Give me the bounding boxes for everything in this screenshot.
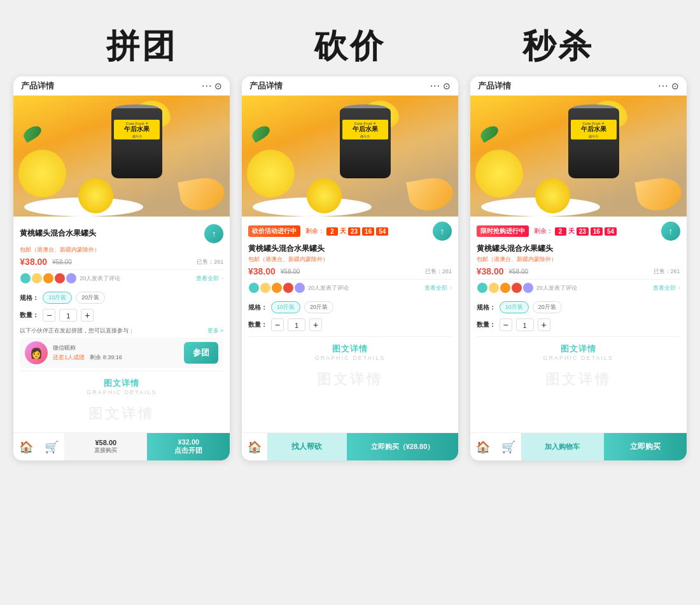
qty-minus-2[interactable]: − <box>271 318 284 331</box>
price-original-3: ¥58.00 <box>508 268 528 275</box>
product-name-3: 黄桃罐头混合水果罐头 <box>477 243 680 254</box>
avatar-2-3 <box>271 282 283 294</box>
find-help-btn-2[interactable]: 找人帮砍 <box>267 433 347 461</box>
group-label-1: 以下小伙伴正在发起拼团，您可以直接参与： <box>20 327 134 335</box>
spec-btn-10-3[interactable]: 10斤装 <box>500 301 529 313</box>
home-icon-2[interactable]: 🏠 <box>242 433 267 461</box>
statusbar-2: 产品详情 ··· ⊙ <box>242 76 458 96</box>
share-btn-1[interactable]: ↑ <box>204 224 223 243</box>
home-icon-3[interactable]: 🏠 <box>470 433 496 461</box>
review-all-1[interactable]: 查看全部 <box>196 274 219 283</box>
spec-btn-10-1[interactable]: 10斤装 <box>43 292 72 304</box>
countdown-3: 剩余： 2 天 23 16 54 <box>534 227 617 236</box>
group-info-1: 微信昵称 还差1人成团 剩余 8:39:16 <box>53 344 179 362</box>
can-wrapper-3: Cute Fruit ✦ 午后水果 战斗力 <box>568 108 619 178</box>
promo-badge-3: 限时抢购进行中 <box>477 225 529 237</box>
hours-2: 23 <box>348 227 360 236</box>
target-icon-1[interactable]: ⊙ <box>214 81 222 91</box>
days-2: 2 <box>326 227 338 236</box>
open-group-btn-1[interactable]: ¥32.00 点击开团 <box>147 433 230 461</box>
sold-count-2: 已售：261 <box>425 267 452 276</box>
bottom-bar-3: 🏠 🛒 加入购物车 立即购买 <box>470 432 687 460</box>
qty-plus-2[interactable]: + <box>309 318 322 331</box>
group-avatar-1: 👩 <box>25 341 48 364</box>
chevron-right-icon-3: › <box>678 285 680 291</box>
review-all-3[interactable]: 查看全部 <box>653 284 676 292</box>
promo-banner-3: 限时抢购进行中 剩余： 2 天 23 16 54 ↑ <box>477 222 680 241</box>
statusbar-icons-1: ··· ⊙ <box>202 80 222 92</box>
review-text-3: 20人发表了评论 <box>536 284 577 292</box>
direct-buy-btn-1[interactable]: ¥58.00 直接购买 <box>64 433 147 461</box>
qty-plus-3[interactable]: + <box>538 318 550 331</box>
shipping-1: 包邮（港澳台、新疆内蒙除外） <box>20 246 223 254</box>
watermark-text-3: 图文详情 <box>545 370 612 389</box>
group-more-1[interactable]: 更多 > <box>207 327 224 335</box>
dots-icon-1[interactable]: ··· <box>202 80 212 92</box>
direct-buy-price-1: ¥58.00 <box>95 439 117 446</box>
dots-icon-2[interactable]: ··· <box>430 80 440 92</box>
avatar-1-1 <box>20 273 31 284</box>
share-btn-2[interactable]: ↑ <box>433 222 452 241</box>
spec-row-2: 规格： 10斤装 20斤装 <box>248 299 452 316</box>
graphic-details-main-2: 图文详情 <box>248 343 452 355</box>
statusbar-icons-3: ··· ⊙ <box>658 80 678 92</box>
buy-now-btn-2[interactable]: 立即购买（¥28.80） <box>347 433 458 461</box>
spec-btn-20-1[interactable]: 20斤装 <box>76 292 105 304</box>
promo-badge-2: 砍价活动进行中 <box>248 225 300 237</box>
review-all-2[interactable]: 查看全部 <box>424 284 447 292</box>
promo-banner-2: 砍价活动进行中 剩余： 2 天 23 16 54 ↑ <box>248 222 452 241</box>
target-icon-3[interactable]: ⊙ <box>671 81 679 91</box>
shipping-3: 包邮（港澳台、新疆内蒙除外） <box>477 255 680 264</box>
graphic-details-main-1: 图文详情 <box>20 378 223 389</box>
spec-label-3: 规格： <box>477 303 496 312</box>
spec-btn-10-2[interactable]: 10斤装 <box>271 301 300 313</box>
graphic-details-sub-2: GRAPHIC DETAILS <box>248 355 452 361</box>
hours-3: 23 <box>577 227 589 236</box>
share-btn-3[interactable]: ↑ <box>661 222 680 241</box>
lemon-2-3 <box>307 178 342 213</box>
panel-kanjia: 产品详情 ··· ⊙ <box>242 76 458 460</box>
avatar-3-3 <box>500 282 511 294</box>
qty-val-1[interactable]: 1 <box>59 309 77 322</box>
product-name-2: 黄桃罐头混合水果罐头 <box>248 243 452 254</box>
watermark-1: 图文详情 <box>20 398 223 430</box>
page-header: 拼团 砍价 秒杀 <box>0 13 700 76</box>
product-info-2: 砍价活动进行中 剩余： 2 天 23 16 54 ↑ 黄桃罐头混合水果罐头 包邮… <box>242 217 458 398</box>
can-wrapper-1: Cute Fruit ✦ 午后水果 战斗力 <box>111 108 162 178</box>
peach-slice-3 <box>634 174 684 213</box>
price-row-3: ¥38.00 ¥58.00 已售：261 <box>477 266 680 276</box>
buy-now-btn-3[interactable]: 立即购买 <box>604 433 687 461</box>
mins-2: 16 <box>362 227 374 236</box>
direct-buy-label-1: 直接购买 <box>94 446 117 455</box>
graphic-details-sub-1: GRAPHIC DETAILS <box>20 389 223 395</box>
review-row-2: 20人发表了评论 查看全部 › <box>248 279 452 296</box>
statusbar-1: 产品详情 ··· ⊙ <box>13 76 230 96</box>
qty-plus-1[interactable]: + <box>81 309 94 322</box>
graphic-details-1: 图文详情 GRAPHIC DETAILS <box>20 371 223 398</box>
dots-icon-3[interactable]: ··· <box>658 80 668 92</box>
price-row-2: ¥38.00 ¥58.00 已售：261 <box>248 266 452 276</box>
qty-minus-1[interactable]: − <box>43 309 55 322</box>
qty-minus-3[interactable]: − <box>500 318 512 331</box>
avatar-cluster-2 <box>248 282 305 294</box>
graphic-details-2: 图文详情 GRAPHIC DETAILS <box>248 336 452 364</box>
cart-icon-3[interactable]: 🛒 <box>496 433 521 461</box>
statusbar-icons-2: ··· ⊙ <box>430 80 451 92</box>
avatar-3-1 <box>477 282 488 294</box>
cart-icon-1[interactable]: 🛒 <box>39 433 64 461</box>
target-icon-2[interactable]: ⊙ <box>443 81 451 91</box>
product-info-1: 黄桃罐头混合水果罐头 ↑ 包邮（港澳台、新疆内蒙除外） ¥38.00 ¥58.0… <box>13 217 230 432</box>
qty-val-3[interactable]: 1 <box>516 318 534 331</box>
group-status-1: 还差1人成团 <box>53 353 85 362</box>
add-cart-btn-3[interactable]: 加入购物车 <box>521 433 604 461</box>
qty-row-3: 数量： − 1 + <box>477 316 680 334</box>
qty-val-2[interactable]: 1 <box>288 318 305 331</box>
spec-btn-20-3[interactable]: 20斤装 <box>533 301 562 313</box>
peach-slice-1 <box>178 174 228 213</box>
group-join-btn-1[interactable]: 参团 <box>184 342 218 364</box>
spec-btn-20-2[interactable]: 20斤装 <box>304 301 333 313</box>
home-icon-1[interactable]: 🏠 <box>13 433 39 461</box>
avatar-1-3 <box>43 273 54 284</box>
lemon-3 <box>78 178 113 213</box>
header-title-3: 秒杀 <box>522 24 594 69</box>
